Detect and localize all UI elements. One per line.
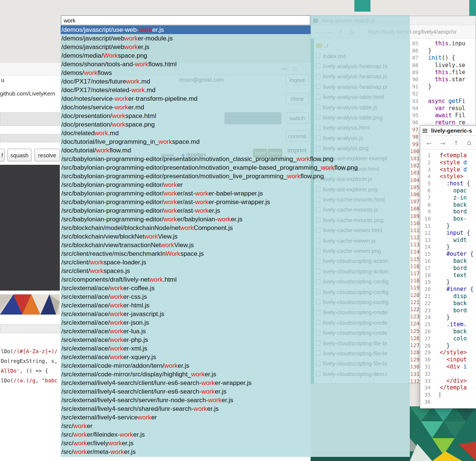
search-result-row[interactable]: /demos/javascript/webworker-module.js — [61, 34, 311, 43]
search-result-row[interactable]: /src/babylonian-programming-editor/prese… — [61, 155, 311, 163]
code-line[interactable]: 88 lively.se — [410, 62, 476, 69]
code-line[interactable]: 36 — [420, 398, 476, 406]
code-line[interactable]: 8 back — [420, 201, 476, 209]
search-result-row[interactable]: /src/babylonian-programming-editor/worke… — [61, 206, 311, 215]
code-line[interactable]: 15 #outer { — [420, 251, 476, 258]
code-line[interactable]: 21 disp — [420, 293, 476, 300]
search-result-row[interactable]: /src/client/workspace-loader.js — [61, 258, 311, 267]
code-line[interactable]: 25 .item. — [420, 321, 476, 328]
code-line[interactable]: 24 } — [420, 314, 476, 321]
search-result-row[interactable]: /src/external/ace/worker-xquery.js — [61, 353, 311, 361]
search-result-row[interactable]: /src/external/ace/worker-css.js — [61, 292, 311, 301]
code-line[interactable]: 23 bord — [420, 307, 476, 314]
search-result-row[interactable]: /src/external/ace/worker-html.js — [61, 301, 311, 310]
search-result-row[interactable]: /src/external/lively4-search/shared/lunr… — [61, 404, 311, 413]
search-result-row[interactable]: /src/external/ace/worker-json.js — [61, 318, 311, 327]
search-result-row[interactable]: /src/client/workspaces.js — [61, 267, 311, 275]
code-line[interactable]: 1f<templa — [420, 152, 476, 159]
code-line[interactable]: 3<style d — [420, 166, 476, 173]
code-line[interactable]: 10 box- — [420, 215, 476, 222]
search-result-row[interactable]: /src/blockchain/model/blockchainNode/net… — [61, 224, 311, 232]
search-result-row[interactable]: /src/worker — [61, 422, 311, 430]
search-result-row[interactable]: /doc/presentation/workspace.png — [61, 120, 311, 129]
code-line[interactable]: 11 } — [420, 222, 476, 230]
search-result-row[interactable]: /doc/notes/service-worker.md — [61, 103, 311, 112]
search-result-row[interactable]: /src/external/ace/worker-lua.js — [61, 327, 311, 336]
search-result-row[interactable]: /doc/PX17/notes/futurework.md — [61, 77, 311, 86]
search-result-row[interactable]: /src/worker/livelyworker.js — [61, 439, 311, 448]
code-line[interactable]: 91 } — [410, 83, 476, 90]
search-result-row[interactable]: /doc/presentation/workspace.html — [61, 112, 311, 120]
code-line[interactable]: 35 — [420, 391, 476, 398]
home-button[interactable]: ⌂ — [463, 138, 476, 147]
code-line[interactable]: 19 } — [420, 279, 476, 286]
code-line[interactable]: 32 — [420, 370, 476, 377]
code-line[interactable]: 20 #inner { — [420, 286, 476, 293]
code-line[interactable]: 92 — [410, 90, 476, 97]
search-result-row[interactable]: /src/babylonian-programming-editor/prese… — [61, 172, 311, 181]
search-result-row[interactable]: /src/components/draft/lively-network.htm… — [61, 275, 311, 284]
code-line[interactable]: 16 back — [420, 258, 476, 265]
search-result-row[interactable]: /src/client/reactive/misc/benchmarkInWor… — [61, 249, 311, 258]
search-result-row[interactable]: /src/babylonian-programming-editor/worke… — [61, 215, 311, 224]
code-line[interactable]: 14 } — [420, 243, 476, 251]
code-line[interactable]: 34</templa — [420, 384, 476, 391]
code-line[interactable]: 90 this.star — [410, 76, 476, 83]
code-line[interactable]: 2<style d — [420, 159, 476, 166]
menu-icon[interactable] — [422, 129, 427, 130]
code-line[interactable]: 29</style> — [420, 349, 476, 356]
search-result-row[interactable]: /src/external/lively4-search/server/lunr… — [61, 396, 311, 404]
search-result-row[interactable]: /src/external/ace/worker-javascript.js — [61, 310, 311, 318]
search-result-row[interactable]: /src/external/ace/worker-coffee.js — [61, 284, 311, 292]
forward-button[interactable]: → — [436, 138, 449, 147]
search-result-row[interactable]: /demos/workflows — [61, 69, 311, 77]
code-line[interactable]: 89 this.file — [410, 69, 476, 76]
input-field[interactable] — [0, 112, 60, 126]
back-button[interactable]: ← — [422, 138, 436, 147]
code-line[interactable]: 94 var resul — [410, 105, 476, 112]
search-result-row[interactable]: /src/worker/fileindex-worker.js — [61, 430, 311, 439]
up-button[interactable]: ↑ — [449, 138, 463, 147]
input-field[interactable] — [0, 134, 60, 142]
code-line[interactable]: 13 widt — [420, 237, 476, 244]
cut-off-button[interactable]: f — [0, 149, 4, 161]
code-line[interactable]: 7 z-in — [420, 194, 476, 201]
resolve-button[interactable]: resolve — [34, 149, 60, 161]
search-result-row[interactable]: /src/external/ace/worker-xml.js — [61, 344, 311, 353]
search-result-row[interactable]: /src/external/code-mirror/src/display/hi… — [61, 370, 311, 379]
search-result-row[interactable]: /src/external/code-mirror/addon/tern/wor… — [61, 361, 311, 370]
search-result-row[interactable]: /src/external/lively4-search/client/lunr… — [61, 387, 311, 396]
code-line[interactable]: 27 colo — [420, 335, 476, 342]
code-line[interactable]: 86 } — [410, 47, 476, 54]
search-result-row[interactable]: /src/external/lively4-serviceworker — [61, 413, 311, 422]
search-result-row[interactable]: /demos/media/Workspace.png — [61, 51, 311, 60]
code-line[interactable]: 26 back — [420, 328, 476, 335]
search-input[interactable] — [61, 15, 310, 25]
code-editor[interactable]: 1f<templa2<style d3<style d4<style>5 :ho… — [420, 150, 476, 406]
search-result-row[interactable]: /demos/shonan/tools-and-workflows.html — [61, 60, 311, 69]
search-result-row[interactable]: /demos/javascript/webworker.js — [61, 43, 311, 51]
search-result-row[interactable]: /src/babylonian-programming-editor/prese… — [61, 163, 311, 172]
search-result-row[interactable]: /src/external/ace/worker-php.js — [61, 336, 311, 344]
search-result-row[interactable]: /src/babylonian-programming-editor/worke… — [61, 198, 311, 206]
code-line[interactable]: 9 bord — [420, 208, 476, 215]
search-result-row[interactable]: /doc/tutorial/workflow.md — [61, 146, 311, 155]
code-line[interactable]: 85 this.inpu — [410, 40, 476, 47]
search-result-row[interactable]: /src/external/lively4-search/client/lunr… — [61, 379, 311, 387]
squash-button[interactable]: squash — [7, 149, 31, 161]
code-line[interactable]: 12 input { — [420, 230, 476, 237]
search-result-row[interactable]: /src/blockchain/view/blockNetworkView.js — [61, 232, 311, 241]
code-line[interactable]: 22 back — [420, 300, 476, 307]
code-line[interactable]: 18 text — [420, 272, 476, 279]
code-line[interactable]: 87 init() { — [410, 54, 476, 61]
code-line[interactable]: 4<style> — [420, 173, 476, 180]
code-line[interactable]: 17 bord — [420, 265, 476, 272]
search-result-row[interactable]: /doc/tutorial/live_programming_in_worksp… — [61, 137, 311, 146]
search-result-row[interactable]: /src/babylonian-programming-editor/worke… — [61, 181, 311, 189]
window-titlebar[interactable]: lively-generic-s — [420, 126, 476, 136]
search-result-row[interactable]: /demos/javascript/use-web-worker.js — [61, 25, 311, 34]
code-line[interactable]: 30 <input — [420, 356, 476, 363]
search-result-row[interactable]: /doc/relatedwork.md — [61, 129, 311, 137]
code-line[interactable]: 33 </div> — [420, 377, 476, 385]
search-result-row[interactable]: /doc/notes/service-worker-transform-pipe… — [61, 94, 311, 103]
